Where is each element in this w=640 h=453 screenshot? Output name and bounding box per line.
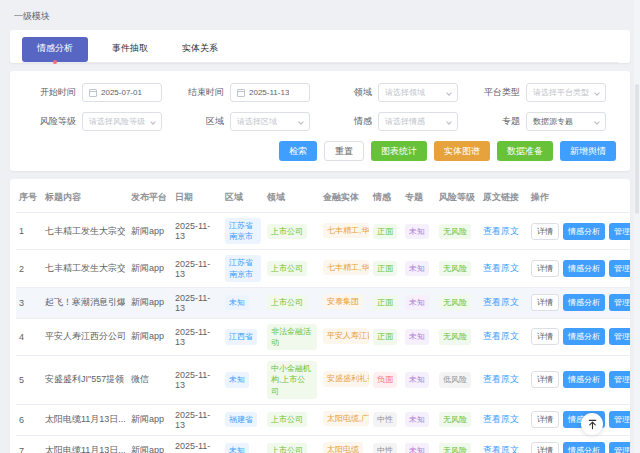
- start-time-picker-item: 开始时间2025-07-01: [24, 83, 172, 102]
- manage-button[interactable]: 管理: [609, 294, 630, 311]
- row-number: 2: [16, 250, 42, 287]
- tab-entity-relation[interactable]: 实体关系: [172, 37, 228, 62]
- manage-button[interactable]: 管理: [609, 223, 630, 240]
- topic-tag: 未知: [405, 224, 429, 239]
- platform-cell: 新闻app: [128, 404, 172, 435]
- data-prepare-button[interactable]: 数据准备: [497, 141, 553, 161]
- topic-select-item: 专题数据源专题: [468, 112, 616, 131]
- tab-entity-relation-label: 实体关系: [182, 43, 218, 53]
- view-original-link[interactable]: 查看原文: [483, 226, 519, 236]
- add-sentiment-button[interactable]: 新增舆情: [560, 141, 616, 161]
- domain-select-item: 领域请选择领域: [320, 83, 468, 102]
- sentiment-select[interactable]: 请选择情感: [378, 112, 458, 131]
- view-original-link[interactable]: 查看原文: [483, 374, 519, 384]
- title-cell: 起飞！寒潮消息引爆...: [42, 287, 128, 318]
- detail-button[interactable]: 详情: [531, 328, 559, 345]
- table-row: 4平安人寿江西分公司...新闻app2025-11-13江西省非法金融活动平安人…: [16, 318, 630, 355]
- title-cell: 太阳电缆11月13日...: [42, 435, 128, 453]
- col-header-4: 区域: [222, 183, 264, 213]
- view-original-link[interactable]: 查看原文: [483, 297, 519, 307]
- sentiment-analysis-button[interactable]: 情感分析: [563, 442, 605, 453]
- entity-graph-button[interactable]: 实体图谱: [434, 141, 490, 161]
- detail-button[interactable]: 详情: [531, 260, 559, 277]
- detail-button[interactable]: 详情: [531, 223, 559, 240]
- risk-level-select-label: 风险等级: [24, 115, 76, 128]
- region-tag-cell: 江西省: [222, 318, 264, 355]
- region-tag-cell: 福建省: [222, 404, 264, 435]
- detail-button[interactable]: 详情: [531, 371, 559, 388]
- table-header-row: 序号标题内容发布平台日期区域领域金融实体情感专题风险等级原文链接操作: [16, 183, 630, 213]
- reset-button[interactable]: 重置: [324, 141, 364, 161]
- region-select-item: 区域请选择区域: [172, 112, 320, 131]
- view-original-link[interactable]: 查看原文: [483, 331, 519, 341]
- detail-button[interactable]: 详情: [531, 294, 559, 311]
- view-original-link[interactable]: 查看原文: [483, 445, 519, 453]
- sentiment-analysis-button[interactable]: 情感分析: [563, 328, 605, 345]
- chevron-down-icon: [298, 119, 304, 125]
- platform-cell: 新闻app: [128, 318, 172, 355]
- manage-button[interactable]: 管理: [609, 260, 630, 277]
- sentiment-analysis-button[interactable]: 情感分析: [563, 371, 605, 388]
- region-select-label: 区域: [172, 115, 224, 128]
- link-cell: 查看原文: [480, 250, 528, 287]
- entity-tag-cell: 七丰精工,华泰: [320, 250, 370, 287]
- actions-cell: 详情情感分析管理: [528, 404, 630, 435]
- link-cell: 查看原文: [480, 435, 528, 453]
- entity-tag: 七丰精工,华泰: [323, 260, 369, 275]
- region-tag: 未知: [225, 372, 249, 387]
- manage-button[interactable]: 管理: [609, 328, 630, 345]
- chart-stats-button[interactable]: 图表统计: [371, 141, 427, 161]
- region-tag-cell: 未知: [222, 435, 264, 453]
- module-label: 一级模块: [14, 10, 630, 23]
- search-button[interactable]: 检索: [279, 141, 317, 161]
- manage-button[interactable]: 管理: [609, 411, 630, 428]
- view-original-link[interactable]: 查看原文: [483, 263, 519, 273]
- page-scrollbar-thumb[interactable]: [635, 84, 639, 214]
- risk-tag-cell: 无风险: [436, 250, 480, 287]
- tab-sentiment-analysis[interactable]: 情感分析: [22, 37, 88, 62]
- topic-select-label: 专题: [468, 115, 520, 128]
- detail-button[interactable]: 详情: [531, 442, 559, 453]
- region-tag: 未知: [225, 295, 249, 310]
- back-to-top-button[interactable]: [581, 413, 603, 435]
- date-cell: 2025-11-13: [172, 318, 222, 355]
- start-time-picker[interactable]: 2025-07-01: [82, 83, 162, 102]
- tab-event-extraction[interactable]: 事件抽取: [102, 37, 158, 62]
- sentiment-analysis-button[interactable]: 情感分析: [563, 223, 605, 240]
- table-row: 1七丰精工发生大宗交...新闻app2025-11-13江苏省南京市上市公司七丰…: [16, 213, 630, 250]
- entity-tag-cell: 安泰集团: [320, 287, 370, 318]
- sentiment-tag-cell: 正面: [370, 213, 402, 250]
- table-row: 7太阳电缆11月13日...新闻app2025-11-13未知上市公司太阳电缆中…: [16, 435, 630, 453]
- topic-select[interactable]: 数据源专题: [526, 112, 606, 131]
- actions-cell: 详情情感分析管理: [528, 250, 630, 287]
- region-select[interactable]: 请选择区域: [230, 112, 310, 131]
- risk-level-select[interactable]: 请选择风险等级: [82, 112, 162, 131]
- region-tag-cell: 江苏省南京市: [222, 250, 264, 287]
- entity-tag-cell: 平安人寿江西: [320, 318, 370, 355]
- risk-tag: 无风险: [439, 412, 471, 427]
- detail-button[interactable]: 详情: [531, 411, 559, 428]
- title-text: 太阳电缆11月13日...: [45, 413, 125, 426]
- start-time-picker-label: 开始时间: [24, 86, 76, 99]
- risk-tag-cell: 无风险: [436, 213, 480, 250]
- topic-tag: 未知: [405, 261, 429, 276]
- end-time-picker[interactable]: 2025-11-13: [230, 83, 310, 102]
- row-number: 4: [16, 318, 42, 355]
- platform-cell: 新闻app: [128, 213, 172, 250]
- manage-button[interactable]: 管理: [609, 442, 630, 453]
- end-time-picker-value: 2025-11-13: [249, 88, 289, 97]
- domain-tag: 中小金融机构,上市公司: [267, 361, 317, 399]
- row-number: 6: [16, 404, 42, 435]
- entity-tag: 安泰集团: [323, 294, 363, 309]
- col-header-3: 日期: [172, 183, 222, 213]
- chevron-down-icon: [594, 90, 600, 96]
- domain-select[interactable]: 请选择领域: [378, 83, 458, 102]
- risk-tag: 无风险: [439, 295, 471, 310]
- platform-type-select[interactable]: 请选择平台类型: [526, 83, 606, 102]
- region-tag: 未知: [225, 443, 249, 453]
- sentiment-analysis-button[interactable]: 情感分析: [563, 260, 605, 277]
- sentiment-analysis-button[interactable]: 情感分析: [563, 294, 605, 311]
- view-original-link[interactable]: 查看原文: [483, 414, 519, 424]
- manage-button[interactable]: 管理: [609, 371, 630, 388]
- row-number: 7: [16, 435, 42, 453]
